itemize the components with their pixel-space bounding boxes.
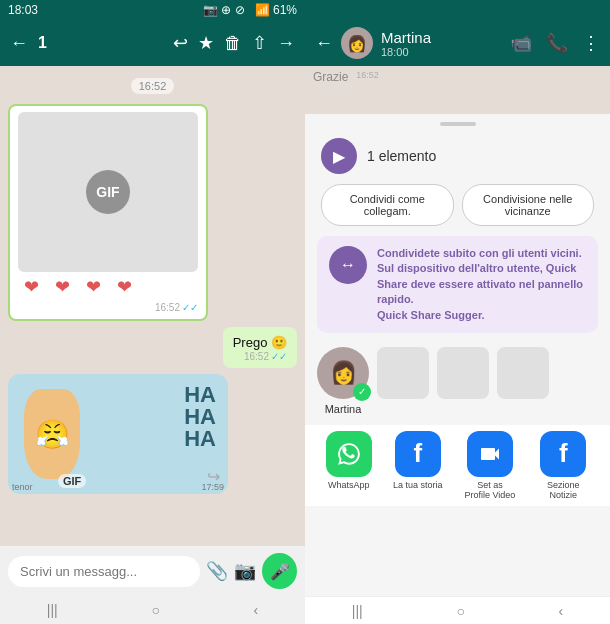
gif-timestamp: 16:52 ✓✓ — [18, 302, 198, 313]
facebook-story-label: La tua storia — [393, 480, 443, 490]
chat-time-sub: 18:00 — [381, 46, 502, 58]
nav-home-left[interactable]: ○ — [151, 602, 159, 618]
nearby-description: Condividete subito con gli utenti vicini… — [377, 247, 583, 305]
delete-button[interactable]: 🗑 — [224, 33, 242, 54]
more-options-button[interactable]: ⋮ — [582, 32, 600, 54]
status-icons-left: 📷 ⊕ ⊘ 📶 61% — [203, 3, 297, 17]
nav-home-right[interactable]: ○ — [456, 603, 464, 619]
share-vicinanze-button[interactable]: Condivisione nelle vicinanze — [462, 184, 595, 226]
share-collegam-button[interactable]: Condividi come collegam. — [321, 184, 454, 226]
status-bar-right — [305, 0, 610, 20]
facebook-story-icon: f — [395, 431, 441, 477]
play-icon: ▶ — [321, 138, 357, 174]
quick-share-label: Quick Share — [377, 309, 444, 321]
forward-icon: ↪ — [0, 191, 1, 209]
sent-text: Prego 🙂 — [233, 335, 287, 350]
voice-call-button[interactable]: 📞 — [546, 32, 568, 54]
share-count-label: 1 elemento — [367, 148, 436, 164]
message-input[interactable] — [8, 556, 200, 587]
input-bar-left: 📎 📷 🎤 — [0, 546, 305, 596]
nav-back-right[interactable]: ‹ — [558, 603, 563, 619]
chat-area-left: 16:52 ↪ GIF ❤ ❤ ❤ ❤ 16:52 ✓✓ — [0, 66, 305, 546]
heart-1: ❤ — [24, 276, 39, 298]
app-facebook-story[interactable]: f La tua storia — [393, 431, 443, 500]
preview-bubble: Grazie 16:52 — [313, 70, 379, 84]
contact-name: Martina — [325, 403, 362, 415]
drag-line — [440, 122, 476, 126]
nearby-icon: ↔ — [329, 246, 367, 284]
time-badge-1652: 16:52 — [131, 78, 175, 94]
attach-button[interactable]: 📎 — [206, 560, 228, 582]
contact-row: 👩 ✓ Martina — [305, 343, 610, 425]
nav-apps-right[interactable]: ||| — [352, 603, 363, 619]
contact-avatar: 👩 ✓ — [317, 347, 369, 399]
heart-2: ❤ — [55, 276, 70, 298]
heart-3: ❤ — [86, 276, 101, 298]
share-action-row: Condividi come collegam. Condivisione ne… — [305, 184, 610, 236]
sticker-source: tenor — [12, 482, 33, 492]
heart-row: ❤ ❤ ❤ ❤ — [18, 272, 198, 302]
whatsapp-label: WhatsApp — [328, 480, 370, 490]
chat-action-icons: 📹 📞 ⋮ — [510, 32, 600, 54]
read-ticks: ✓✓ — [182, 302, 198, 313]
app-whatsapp[interactable]: WhatsApp — [326, 431, 372, 500]
nav-bar-right: ||| ○ ‹ — [305, 596, 610, 624]
sticker-gif-icon: GIF — [58, 474, 86, 488]
sent-message: Prego 🙂 16:52 ✓✓ — [223, 327, 297, 368]
right-panel: ← 👩 Martina 18:00 📹 📞 ⋮ Grazie 16:52 ▶ 1… — [305, 0, 610, 624]
gif-bubble: GIF ❤ ❤ ❤ ❤ 16:52 ✓✓ — [8, 104, 208, 321]
nav-apps-left[interactable]: ||| — [47, 602, 58, 618]
sticker-gif-message: 😤 HAHAHA GIF ↪ tenor 17:59 — [8, 374, 228, 494]
gif-content: GIF — [18, 112, 198, 272]
drag-handle[interactable] — [305, 114, 610, 134]
forward-button[interactable]: → — [277, 33, 295, 54]
sugger-link[interactable]: Sugger. — [444, 309, 484, 321]
left-panel: 18:03 📷 ⊕ ⊘ 📶 61% ← 1 ↩ ★ 🗑 ⇧ → 16:52 ↪ … — [0, 0, 305, 624]
nav-back-left[interactable]: ‹ — [253, 602, 258, 618]
mic-button[interactable]: 🎤 — [262, 553, 297, 589]
video-call-button[interactable]: 📹 — [510, 32, 532, 54]
camera-button[interactable]: 📷 — [234, 560, 256, 582]
nearby-text: Condividete subito con gli utenti vicini… — [377, 246, 586, 323]
action-bar: ← 1 ↩ ★ 🗑 ⇧ → — [0, 20, 305, 66]
sticker-area: 😤 HAHAHA GIF ↪ tenor 17:59 — [8, 374, 228, 494]
share-count-row: ▶ 1 elemento — [305, 134, 610, 184]
heart-4: ❤ — [117, 276, 132, 298]
wa-badge: ✓ — [353, 383, 371, 401]
sticker-ha-text: HAHAHA — [184, 384, 216, 450]
contact-placeholder-1 — [377, 347, 429, 399]
status-time-left: 18:03 — [8, 3, 38, 17]
sent-ticks: ✓✓ — [271, 351, 287, 362]
app-profile-video[interactable]: Set as Profile Video — [464, 431, 516, 500]
chat-preview-right: Grazie 16:52 — [305, 66, 610, 114]
chat-contact-name: Martina — [381, 29, 502, 46]
contact-placeholder-2 — [437, 347, 489, 399]
app-row: WhatsApp f La tua storia Set as Profile … — [305, 425, 610, 506]
star-button[interactable]: ★ — [198, 32, 214, 54]
back-chat-right[interactable]: ← — [315, 33, 333, 54]
facebook-news-label: Sezione Notizie — [537, 480, 589, 500]
preview-time: 16:52 — [356, 70, 379, 80]
back-button[interactable]: ← — [10, 33, 28, 54]
profile-video-icon — [467, 431, 513, 477]
contact-item: 👩 ✓ Martina — [317, 347, 369, 415]
share-sheet: ▶ 1 elemento Condividi come collegam. Co… — [305, 114, 610, 596]
sent-timestamp: 16:52 ✓✓ — [233, 351, 287, 362]
nav-bar-left: ||| ○ ‹ — [0, 596, 305, 624]
contact-placeholder-3 — [497, 347, 549, 399]
facebook-news-icon: f — [540, 431, 586, 477]
nearby-share-box: ↔ Condividete subito con gli utenti vici… — [317, 236, 598, 333]
profile-video-label: Set as Profile Video — [464, 480, 516, 500]
received-gif-message: ↪ GIF ❤ ❤ ❤ ❤ 16:52 ✓✓ — [8, 104, 208, 321]
whatsapp-icon — [326, 431, 372, 477]
chat-header-right: ← 👩 Martina 18:00 📹 📞 ⋮ — [305, 20, 610, 66]
status-bar-left: 18:03 📷 ⊕ ⊘ 📶 61% — [0, 0, 305, 20]
sticker-time: 17:59 — [201, 482, 224, 492]
contact-avatar-header: 👩 — [341, 27, 373, 59]
selected-count: 1 — [38, 34, 47, 52]
share-button[interactable]: ⇧ — [252, 32, 267, 54]
app-facebook-news[interactable]: f Sezione Notizie — [537, 431, 589, 500]
gif-label: GIF — [86, 170, 130, 214]
reply-button[interactable]: ↩ — [173, 32, 188, 54]
